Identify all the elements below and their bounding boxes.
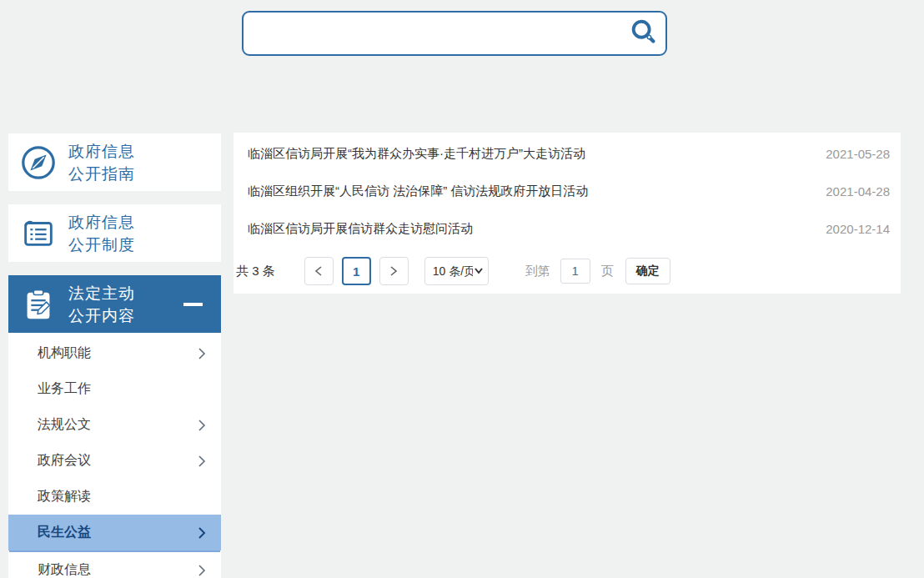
chevron-left-icon — [314, 265, 323, 277]
page-number-button[interactable]: 1 — [342, 257, 371, 285]
chevron-right-icon — [198, 347, 206, 360]
search-icon — [628, 18, 660, 49]
menu-item-label: 政策解读 — [38, 488, 91, 505]
search-input[interactable] — [244, 13, 622, 54]
confirm-button[interactable]: 确定 — [625, 258, 670, 284]
total-count-label: 共 3 条 — [236, 264, 275, 279]
prev-page-button[interactable] — [304, 257, 334, 285]
sidebar-item-label: 政府信息 公开制度 — [68, 211, 135, 256]
sidebar-item-disclosure-guide[interactable]: 政府信息 公开指南 — [8, 133, 221, 191]
menu-item-label: 业务工作 — [38, 380, 91, 398]
compass-icon — [8, 143, 68, 182]
article-date: 2021-05-28 — [826, 147, 890, 161]
sidebar-item-policy-interpretation[interactable]: 政策解读 — [8, 479, 221, 515]
chevron-right-icon — [389, 265, 398, 277]
article-date: 2021-04-28 — [826, 184, 890, 199]
article-title[interactable]: 临淄区信访局开展信访群众走访慰问活动 — [248, 221, 809, 237]
sidebar-item-livelihood-welfare[interactable]: 民生公益 — [8, 515, 221, 550]
search-bar — [242, 11, 667, 56]
sidebar-item-regulations[interactable]: 法规公文 — [8, 407, 221, 443]
article-row[interactable]: 临淄区信访局开展“我为群众办实事·走千村进万户”大走访活动 2021-05-28 — [234, 135, 901, 173]
menu-item-label: 法规公文 — [38, 416, 91, 434]
article-row[interactable]: 临淄区信访局开展信访群众走访慰问活动 2020-12-14 — [234, 210, 901, 248]
sidebar-item-disclosure-system[interactable]: 政府信息 公开制度 — [8, 204, 221, 262]
sidebar-submenu: 机构职能 业务工作 法规公文 政府会议 政策解读 民生公益 财政信息 — [8, 333, 221, 578]
article-date: 2020-12-14 — [826, 222, 890, 236]
chevron-right-icon — [198, 455, 206, 468]
next-page-button[interactable] — [379, 257, 409, 285]
chevron-right-icon — [198, 564, 206, 577]
minus-icon — [183, 303, 203, 306]
chevron-right-icon — [198, 419, 206, 432]
sidebar-item-label: 法定主动 公开内容 — [68, 282, 135, 327]
menu-item-label: 政府会议 — [38, 452, 91, 470]
goto-page-suffix-label: 页 — [601, 264, 614, 279]
page-size-select[interactable]: 10 条/页 — [424, 257, 489, 285]
pagination-bar: 共 3 条 1 10 条/页 到第 页 确定 — [234, 257, 901, 285]
sidebar-item-org-functions[interactable]: 机构职能 — [8, 335, 221, 371]
menu-item-label: 机构职能 — [38, 344, 91, 362]
article-title[interactable]: 临淄区组织开展“人民信访 法治保障” 信访法规政府开放日活动 — [248, 183, 809, 199]
page-size-select-wrap: 10 条/页 — [424, 257, 489, 285]
chevron-right-icon — [198, 526, 206, 540]
article-row[interactable]: 临淄区组织开展“人民信访 法治保障” 信访法规政府开放日活动 2021-04-2… — [234, 173, 901, 210]
clipboard-pen-icon — [8, 285, 68, 324]
sidebar-item-gov-meetings[interactable]: 政府会议 — [8, 443, 221, 479]
menu-item-label: 财政信息 — [38, 561, 91, 578]
sidebar-item-business-work[interactable]: 业务工作 — [8, 371, 221, 407]
ledger-icon — [8, 214, 68, 253]
sidebar-item-fiscal-info[interactable]: 财政信息 — [8, 552, 221, 578]
sidebar-item-label: 政府信息 公开指南 — [68, 140, 135, 185]
article-title[interactable]: 临淄区信访局开展“我为群众办实事·走千村进万户”大走访活动 — [248, 146, 809, 162]
goto-page-input[interactable] — [560, 259, 590, 284]
goto-page-prefix-label: 到第 — [525, 264, 550, 279]
menu-item-label: 民生公益 — [38, 524, 91, 541]
search-button[interactable] — [622, 13, 665, 54]
sidebar-item-legal-disclosure[interactable]: 法定主动 公开内容 — [8, 275, 221, 333]
